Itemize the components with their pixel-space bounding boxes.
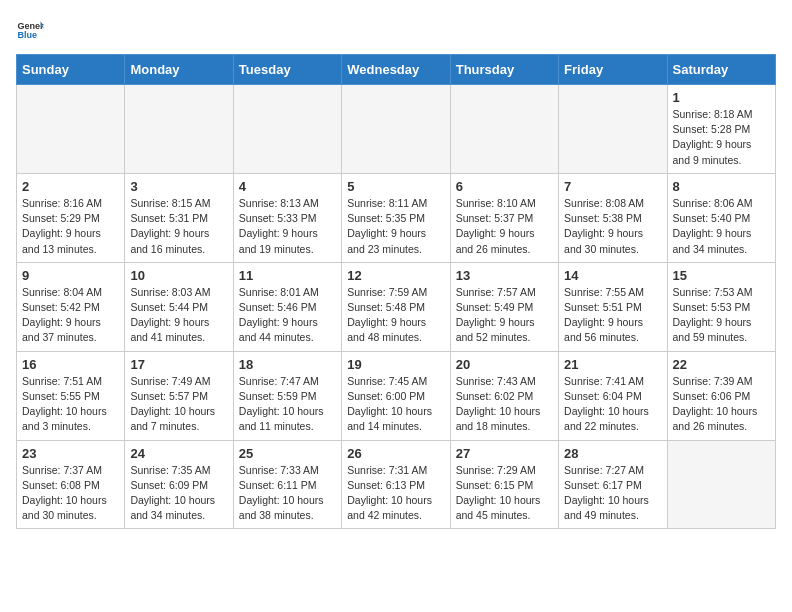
day-info: Sunrise: 8:16 AM Sunset: 5:29 PM Dayligh… [22, 196, 119, 257]
calendar-cell [233, 85, 341, 174]
day-info: Sunrise: 7:55 AM Sunset: 5:51 PM Dayligh… [564, 285, 661, 346]
day-info: Sunrise: 7:47 AM Sunset: 5:59 PM Dayligh… [239, 374, 336, 435]
day-number: 24 [130, 446, 227, 461]
day-info: Sunrise: 7:49 AM Sunset: 5:57 PM Dayligh… [130, 374, 227, 435]
day-info: Sunrise: 8:03 AM Sunset: 5:44 PM Dayligh… [130, 285, 227, 346]
day-info: Sunrise: 7:59 AM Sunset: 5:48 PM Dayligh… [347, 285, 444, 346]
calendar-table: SundayMondayTuesdayWednesdayThursdayFrid… [16, 54, 776, 529]
calendar-cell: 2Sunrise: 8:16 AM Sunset: 5:29 PM Daylig… [17, 173, 125, 262]
header: General Blue [16, 16, 776, 44]
week-row-3: 16Sunrise: 7:51 AM Sunset: 5:55 PM Dayli… [17, 351, 776, 440]
calendar-cell: 3Sunrise: 8:15 AM Sunset: 5:31 PM Daylig… [125, 173, 233, 262]
day-number: 19 [347, 357, 444, 372]
calendar-cell: 18Sunrise: 7:47 AM Sunset: 5:59 PM Dayli… [233, 351, 341, 440]
calendar-cell [125, 85, 233, 174]
day-header-sunday: Sunday [17, 55, 125, 85]
day-info: Sunrise: 8:11 AM Sunset: 5:35 PM Dayligh… [347, 196, 444, 257]
calendar-cell: 24Sunrise: 7:35 AM Sunset: 6:09 PM Dayli… [125, 440, 233, 529]
day-number: 12 [347, 268, 444, 283]
day-info: Sunrise: 8:15 AM Sunset: 5:31 PM Dayligh… [130, 196, 227, 257]
day-info: Sunrise: 7:37 AM Sunset: 6:08 PM Dayligh… [22, 463, 119, 524]
calendar-cell: 5Sunrise: 8:11 AM Sunset: 5:35 PM Daylig… [342, 173, 450, 262]
calendar-cell: 14Sunrise: 7:55 AM Sunset: 5:51 PM Dayli… [559, 262, 667, 351]
calendar-cell: 23Sunrise: 7:37 AM Sunset: 6:08 PM Dayli… [17, 440, 125, 529]
calendar-cell: 10Sunrise: 8:03 AM Sunset: 5:44 PM Dayli… [125, 262, 233, 351]
day-number: 18 [239, 357, 336, 372]
calendar-cell: 8Sunrise: 8:06 AM Sunset: 5:40 PM Daylig… [667, 173, 775, 262]
day-number: 17 [130, 357, 227, 372]
day-info: Sunrise: 7:39 AM Sunset: 6:06 PM Dayligh… [673, 374, 770, 435]
calendar-cell: 20Sunrise: 7:43 AM Sunset: 6:02 PM Dayli… [450, 351, 558, 440]
calendar-cell [342, 85, 450, 174]
day-info: Sunrise: 7:43 AM Sunset: 6:02 PM Dayligh… [456, 374, 553, 435]
day-number: 9 [22, 268, 119, 283]
calendar-cell: 28Sunrise: 7:27 AM Sunset: 6:17 PM Dayli… [559, 440, 667, 529]
day-info: Sunrise: 7:45 AM Sunset: 6:00 PM Dayligh… [347, 374, 444, 435]
day-number: 10 [130, 268, 227, 283]
calendar-cell: 13Sunrise: 7:57 AM Sunset: 5:49 PM Dayli… [450, 262, 558, 351]
calendar-cell [450, 85, 558, 174]
day-number: 28 [564, 446, 661, 461]
day-number: 22 [673, 357, 770, 372]
day-number: 20 [456, 357, 553, 372]
day-info: Sunrise: 7:31 AM Sunset: 6:13 PM Dayligh… [347, 463, 444, 524]
day-number: 4 [239, 179, 336, 194]
calendar-cell: 12Sunrise: 7:59 AM Sunset: 5:48 PM Dayli… [342, 262, 450, 351]
day-info: Sunrise: 8:13 AM Sunset: 5:33 PM Dayligh… [239, 196, 336, 257]
day-info: Sunrise: 7:51 AM Sunset: 5:55 PM Dayligh… [22, 374, 119, 435]
logo-icon: General Blue [16, 16, 44, 44]
calendar-cell: 9Sunrise: 8:04 AM Sunset: 5:42 PM Daylig… [17, 262, 125, 351]
logo: General Blue [16, 16, 48, 44]
day-info: Sunrise: 8:08 AM Sunset: 5:38 PM Dayligh… [564, 196, 661, 257]
calendar-cell: 11Sunrise: 8:01 AM Sunset: 5:46 PM Dayli… [233, 262, 341, 351]
day-info: Sunrise: 8:06 AM Sunset: 5:40 PM Dayligh… [673, 196, 770, 257]
calendar-cell: 7Sunrise: 8:08 AM Sunset: 5:38 PM Daylig… [559, 173, 667, 262]
day-number: 3 [130, 179, 227, 194]
day-info: Sunrise: 7:53 AM Sunset: 5:53 PM Dayligh… [673, 285, 770, 346]
day-header-thursday: Thursday [450, 55, 558, 85]
day-info: Sunrise: 7:27 AM Sunset: 6:17 PM Dayligh… [564, 463, 661, 524]
day-header-wednesday: Wednesday [342, 55, 450, 85]
day-header-friday: Friday [559, 55, 667, 85]
day-info: Sunrise: 7:29 AM Sunset: 6:15 PM Dayligh… [456, 463, 553, 524]
calendar-cell: 16Sunrise: 7:51 AM Sunset: 5:55 PM Dayli… [17, 351, 125, 440]
day-number: 16 [22, 357, 119, 372]
calendar-cell [559, 85, 667, 174]
day-number: 7 [564, 179, 661, 194]
calendar-cell: 21Sunrise: 7:41 AM Sunset: 6:04 PM Dayli… [559, 351, 667, 440]
day-number: 8 [673, 179, 770, 194]
calendar-cell: 22Sunrise: 7:39 AM Sunset: 6:06 PM Dayli… [667, 351, 775, 440]
day-number: 1 [673, 90, 770, 105]
calendar-cell: 27Sunrise: 7:29 AM Sunset: 6:15 PM Dayli… [450, 440, 558, 529]
week-row-2: 9Sunrise: 8:04 AM Sunset: 5:42 PM Daylig… [17, 262, 776, 351]
calendar-cell: 17Sunrise: 7:49 AM Sunset: 5:57 PM Dayli… [125, 351, 233, 440]
day-number: 15 [673, 268, 770, 283]
calendar-cell: 4Sunrise: 8:13 AM Sunset: 5:33 PM Daylig… [233, 173, 341, 262]
day-number: 26 [347, 446, 444, 461]
calendar-cell: 25Sunrise: 7:33 AM Sunset: 6:11 PM Dayli… [233, 440, 341, 529]
day-header-monday: Monday [125, 55, 233, 85]
calendar-cell: 15Sunrise: 7:53 AM Sunset: 5:53 PM Dayli… [667, 262, 775, 351]
day-info: Sunrise: 7:33 AM Sunset: 6:11 PM Dayligh… [239, 463, 336, 524]
day-number: 14 [564, 268, 661, 283]
day-number: 2 [22, 179, 119, 194]
calendar-cell: 19Sunrise: 7:45 AM Sunset: 6:00 PM Dayli… [342, 351, 450, 440]
svg-text:General: General [17, 21, 44, 31]
day-number: 11 [239, 268, 336, 283]
svg-text:Blue: Blue [17, 30, 37, 40]
day-info: Sunrise: 7:35 AM Sunset: 6:09 PM Dayligh… [130, 463, 227, 524]
day-info: Sunrise: 8:10 AM Sunset: 5:37 PM Dayligh… [456, 196, 553, 257]
day-number: 6 [456, 179, 553, 194]
week-row-4: 23Sunrise: 7:37 AM Sunset: 6:08 PM Dayli… [17, 440, 776, 529]
day-header-row: SundayMondayTuesdayWednesdayThursdayFrid… [17, 55, 776, 85]
day-info: Sunrise: 8:18 AM Sunset: 5:28 PM Dayligh… [673, 107, 770, 168]
day-number: 21 [564, 357, 661, 372]
day-header-tuesday: Tuesday [233, 55, 341, 85]
calendar-cell [17, 85, 125, 174]
day-number: 13 [456, 268, 553, 283]
day-info: Sunrise: 7:41 AM Sunset: 6:04 PM Dayligh… [564, 374, 661, 435]
calendar-cell: 6Sunrise: 8:10 AM Sunset: 5:37 PM Daylig… [450, 173, 558, 262]
day-number: 23 [22, 446, 119, 461]
day-header-saturday: Saturday [667, 55, 775, 85]
day-info: Sunrise: 8:04 AM Sunset: 5:42 PM Dayligh… [22, 285, 119, 346]
